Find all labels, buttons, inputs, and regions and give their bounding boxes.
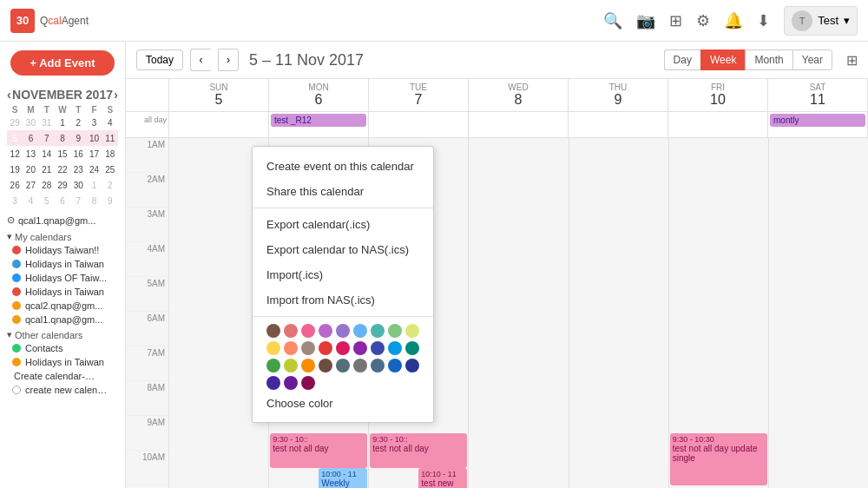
color-swatch[interactable] (301, 376, 315, 390)
ctx-create-event[interactable]: Create event on this calendar (253, 154, 433, 179)
sidebar-item-create-new-calendar[interactable]: create new calend... (0, 383, 125, 397)
today-button[interactable]: Today (136, 49, 183, 70)
mini-cal-next[interactable]: › (114, 88, 118, 102)
color-swatch[interactable] (388, 324, 402, 338)
mini-cal-cell[interactable]: 21 (39, 162, 55, 177)
ctx-share-calendar[interactable]: Share this calendar (253, 179, 433, 204)
mini-cal-cell[interactable]: 25 (102, 162, 118, 177)
color-swatch[interactable] (319, 341, 332, 355)
color-swatch[interactable] (266, 376, 280, 390)
color-swatch[interactable] (301, 324, 315, 338)
sidebar-item-contacts[interactable]: Contacts (0, 341, 125, 355)
color-swatch[interactable] (301, 341, 315, 355)
mini-cal-cell[interactable]: 11 (102, 130, 118, 146)
color-swatch[interactable] (353, 324, 367, 338)
mini-cal-cell[interactable]: 31 (39, 115, 55, 130)
my-calendars-label[interactable]: ▾ My calendars (0, 228, 125, 243)
mini-cal-cell[interactable]: 12 (7, 146, 23, 162)
event-test-new-s[interactable]: 10:10 - 11 test new s... (418, 468, 467, 488)
mini-cal-cell[interactable]: 5 (7, 130, 23, 146)
mini-cal-cell[interactable]: 13 (23, 146, 38, 162)
mini-cal-cell[interactable]: 26 (7, 177, 23, 193)
color-swatch[interactable] (388, 359, 402, 373)
user-menu-button[interactable]: T Test ▾ (784, 6, 858, 36)
mini-cal-cell[interactable]: 3 (7, 193, 23, 208)
mini-cal-cell[interactable]: 1 (86, 177, 102, 193)
color-swatch[interactable] (284, 341, 298, 355)
calendar-grid-icon[interactable]: ⊞ (846, 52, 858, 69)
ctx-export-ics[interactable]: Export calendar(.ics) (253, 212, 433, 237)
color-swatch[interactable] (266, 359, 280, 373)
mini-cal-cell[interactable]: 1 (55, 115, 70, 130)
color-swatch[interactable] (301, 359, 315, 373)
search-icon[interactable]: 🔍 (603, 11, 622, 30)
mini-cal-cell[interactable]: 3 (86, 115, 102, 130)
mini-cal-cell[interactable]: 9 (102, 193, 118, 208)
other-calendars-label[interactable]: ▾ Other calendars (0, 326, 125, 341)
color-swatch[interactable] (405, 359, 419, 373)
mini-cal-cell[interactable]: 4 (102, 115, 118, 130)
sidebar-item-qcal2[interactable]: qcal2.qnap@gm... (0, 299, 125, 313)
mini-cal-cell[interactable]: 9 (70, 130, 86, 146)
mini-cal-cell[interactable]: 7 (39, 130, 55, 146)
mini-cal-cell[interactable]: 16 (70, 146, 86, 162)
mini-cal-cell[interactable]: 28 (39, 177, 55, 193)
sidebar-item-holidays-in-taiwan-2[interactable]: Holidays in Taiwan (0, 285, 125, 299)
event-test-r12[interactable]: test _R12 (271, 114, 366, 127)
color-swatch[interactable] (353, 359, 367, 373)
ctx-import-nas[interactable]: Import from NAS(.ics) (253, 287, 433, 313)
sidebar-item-holidays-of-taiw[interactable]: Holidays OF Taiw... (0, 271, 125, 285)
mini-cal-cell[interactable]: 18 (102, 146, 118, 162)
day-col-sat[interactable] (769, 138, 868, 488)
grid-icon[interactable]: ⊞ (669, 11, 682, 30)
color-swatch[interactable] (319, 324, 332, 338)
mini-cal-cell[interactable]: 30 (70, 177, 86, 193)
mini-cal-cell[interactable]: 10 (86, 130, 102, 146)
color-swatch[interactable] (336, 359, 350, 373)
next-button[interactable]: › (218, 49, 239, 71)
color-swatch[interactable] (284, 359, 298, 373)
mini-cal-cell[interactable]: 14 (39, 146, 55, 162)
color-swatch[interactable] (388, 341, 402, 355)
ctx-choose-color[interactable]: Choose color (253, 392, 433, 415)
mini-cal-cell[interactable]: 6 (23, 130, 38, 146)
view-day-button[interactable]: Day (664, 49, 700, 70)
event-weekly-objective[interactable]: 10:00 - 11 Weekly objective (319, 468, 367, 488)
mini-cal-cell[interactable]: 22 (55, 162, 70, 177)
mini-cal-cell[interactable]: 24 (86, 162, 102, 177)
camera-icon[interactable]: 📷 (636, 11, 655, 30)
color-swatch[interactable] (336, 341, 350, 355)
view-month-button[interactable]: Month (745, 49, 792, 70)
add-event-button[interactable]: + Add Event (10, 50, 115, 76)
mini-cal-cell[interactable]: 7 (70, 193, 86, 208)
day-col-wed[interactable]: 13:00 - 14:00 Google recur event (469, 138, 569, 488)
mini-cal-cell[interactable]: 15 (55, 146, 70, 162)
sidebar-account[interactable]: ⊙ qcal1.qnap@gm... (0, 212, 125, 228)
event-montly[interactable]: montly (770, 114, 865, 127)
mini-cal-cell[interactable]: 30 (23, 115, 38, 130)
event-test-not-allday-tue[interactable]: 9:30 - 10:: test not all day (370, 433, 467, 468)
color-swatch[interactable] (371, 324, 385, 338)
prev-button[interactable]: ‹ (190, 49, 211, 71)
color-swatch[interactable] (405, 341, 419, 355)
mini-cal-cell[interactable]: 17 (86, 146, 102, 162)
color-swatch[interactable] (405, 324, 419, 338)
mini-cal-cell[interactable]: 8 (86, 193, 102, 208)
mini-cal-cell[interactable]: 23 (70, 162, 86, 177)
color-swatch[interactable] (353, 341, 367, 355)
color-swatch[interactable] (284, 324, 298, 338)
ctx-import-ics[interactable]: Import(.ics) (253, 262, 433, 287)
sidebar-item-qcal1[interactable]: qcal1.qnap@gm... (0, 313, 125, 326)
sidebar-item-holidays-in-taiwan-1[interactable]: Holidays in Taiwan (0, 257, 125, 271)
mini-cal-cell[interactable]: 27 (23, 177, 38, 193)
day-col-fri[interactable]: 9:30 - 10:30 test not all day update sin… (669, 138, 769, 488)
bell-icon[interactable]: 🔔 (724, 11, 743, 30)
mini-cal-cell[interactable]: 29 (55, 177, 70, 193)
view-week-button[interactable]: Week (700, 49, 745, 70)
color-swatch[interactable] (266, 324, 280, 338)
color-swatch[interactable] (336, 324, 350, 338)
mini-cal-cell[interactable]: 4 (23, 193, 38, 208)
event-test-not-allday-mon[interactable]: 9:30 - 10:: test not all day (270, 433, 367, 468)
ctx-export-nas[interactable]: Export calendar to NAS(.ics) (253, 237, 433, 262)
settings-icon[interactable]: ⚙ (696, 11, 710, 30)
